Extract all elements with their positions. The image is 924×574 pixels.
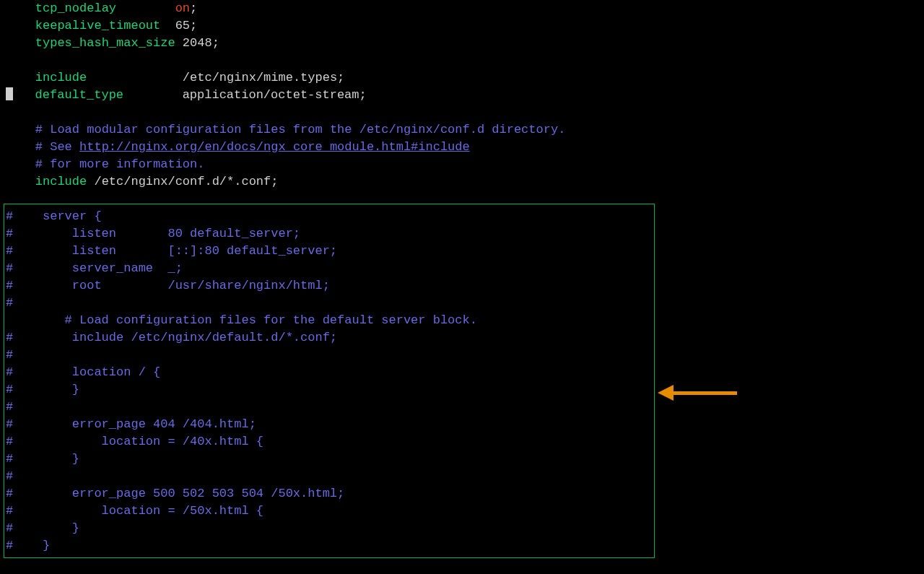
commented-line: # xyxy=(6,400,13,414)
commented-line: # } xyxy=(6,452,79,466)
comment: # See xyxy=(35,140,79,154)
commented-line: # xyxy=(6,348,13,362)
commented-line: # } xyxy=(6,539,50,552)
value: 2048; xyxy=(183,36,219,50)
commented-line: # include /etc/nginx/default.d/*.conf; xyxy=(6,331,337,344)
value: /etc/nginx/mime.types; xyxy=(183,71,344,84)
commented-line: # listen 80 default_server; xyxy=(6,227,300,240)
commented-line: # } xyxy=(6,383,79,396)
directive: tcp_nodelay xyxy=(35,1,116,15)
commented-line: # server_name _; xyxy=(6,261,183,275)
directive: keepalive_timeout xyxy=(35,19,160,32)
comment: # Load modular configuration files from … xyxy=(35,123,566,136)
indent xyxy=(6,1,35,15)
text-cursor xyxy=(6,87,13,100)
commented-line: # xyxy=(6,296,13,310)
value: /etc/nginx/conf.d/*.conf; xyxy=(87,175,278,188)
commented-line: # location = /50x.html { xyxy=(6,504,263,518)
directive: default_type xyxy=(35,88,123,102)
commented-line: # error_page 404 /404.html; xyxy=(6,417,256,431)
nginx-config-code[interactable]: tcp_nodelay on; keepalive_timeout 65; ty… xyxy=(6,0,565,555)
commented-line: # location = /40x.html { xyxy=(6,435,263,448)
comment-url: http://nginx.org/en/docs/ngx_core_module… xyxy=(79,140,470,154)
directive-include: include xyxy=(35,71,87,84)
commented-line: # listen [::]:80 default_server; xyxy=(6,244,337,258)
commented-line: # server { xyxy=(6,209,102,223)
comment: # for more information. xyxy=(35,157,205,171)
commented-line: # location / { xyxy=(6,365,160,379)
value: application/octet-stream; xyxy=(183,88,367,102)
commented-line: # xyxy=(6,469,13,483)
directive: types_hash_max_size xyxy=(35,36,175,50)
commented-line: # } xyxy=(6,521,79,535)
value: 65; xyxy=(175,19,198,32)
value-on: on xyxy=(175,1,190,15)
commented-line: # error_page 500 502 503 504 /50x.html; xyxy=(6,487,344,500)
commented-line: # Load configuration files for the defau… xyxy=(6,313,477,327)
commented-line: # root /usr/share/nginx/html; xyxy=(6,279,330,292)
directive-include: include xyxy=(35,175,87,188)
